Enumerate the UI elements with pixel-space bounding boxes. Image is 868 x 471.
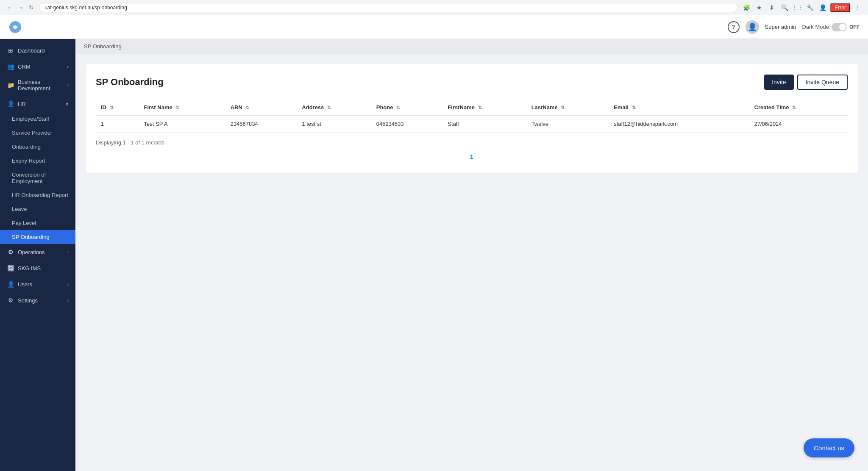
profile-icon[interactable]: 👤 <box>818 3 828 13</box>
sidebar-item-label-hr: HR <box>18 101 26 107</box>
forward-button[interactable]: → <box>16 3 25 12</box>
hr-icon: 👤 <box>7 100 14 108</box>
toggle-switch[interactable] <box>832 23 847 31</box>
cell-7: staff12@hiddenspark.com <box>609 115 749 133</box>
col-email-label: Email <box>614 104 629 111</box>
business-dev-chevron-icon: › <box>67 83 69 88</box>
sidebar-item-label-onboarding: Onboarding <box>12 144 41 150</box>
email-sort-icon: ⇅ <box>632 105 636 110</box>
header-left: SKGenius <box>8 20 58 34</box>
col-firstname[interactable]: FirstName ⇅ <box>442 100 526 115</box>
sidebar-item-sp-onboarding[interactable]: SP Onboarding <box>0 230 75 244</box>
col-first-name[interactable]: First Name ⇅ <box>139 100 225 115</box>
sidebar-item-label-leave: Leave <box>12 206 27 212</box>
sidebar-item-settings[interactable]: ⚙ Settings › <box>0 292 75 308</box>
sidebar-item-label-hr-onboarding-report: HR Onboarding Report <box>12 192 68 198</box>
grid-icon[interactable]: ⋮⋮ <box>792 3 802 13</box>
crm-chevron-icon: › <box>67 64 69 69</box>
crm-icon: 👥 <box>7 63 14 70</box>
invite-queue-button[interactable]: Invite Queue <box>797 75 848 90</box>
sidebar-item-label-operations: Operations <box>18 249 45 255</box>
col-phone-label: Phone <box>376 104 393 111</box>
sidebar-item-users[interactable]: 👤 Users › <box>0 276 75 292</box>
sidebar-item-leave[interactable]: Leave <box>0 202 75 216</box>
page-1-button[interactable]: 1 <box>466 151 478 163</box>
menu-icon[interactable]: ⋮ <box>853 3 863 13</box>
help-button[interactable]: ? <box>728 21 740 33</box>
sidebar-item-dashboard[interactable]: ⊞ Dashboard <box>0 42 75 58</box>
col-address-label: Address <box>302 104 324 111</box>
users-chevron-icon: › <box>67 282 69 287</box>
sidebar-item-skg-ims[interactable]: 🔄 SKG IMS <box>0 260 75 276</box>
invite-button[interactable]: Invite <box>764 75 793 90</box>
extensions-icon[interactable]: 🧩 <box>741 3 751 13</box>
table-footer: Displaying 1 - 1 of 1 records <box>96 139 848 146</box>
browser-chrome: ← → ↻ uat-genius.skg.net.au/sp-onboardin… <box>0 0 868 15</box>
cell-2: 234567834 <box>225 115 297 133</box>
cell-1: Test SP A <box>139 115 225 133</box>
sidebar-item-hr[interactable]: 👤 HR ∨ <box>0 96 75 112</box>
sidebar-item-pay-level[interactable]: Pay Level <box>0 216 75 230</box>
sidebar-item-label-employee-staff: Employee/Staff <box>12 116 49 122</box>
col-id[interactable]: ID ⇅ <box>96 100 139 115</box>
browser-url-bar[interactable]: uat-genius.skg.net.au/sp-onboarding <box>39 3 738 12</box>
sidebar-item-expiry-report[interactable]: Expiry Report <box>0 154 75 168</box>
sidebar-item-label-pay-level: Pay Level <box>12 220 36 226</box>
operations-chevron-icon: › <box>67 249 69 255</box>
dark-mode-state: OFF <box>849 24 860 30</box>
col-first-name-label: First Name <box>144 104 172 111</box>
phone-sort-icon: ⇅ <box>396 105 400 110</box>
col-address[interactable]: Address ⇅ <box>297 100 371 115</box>
pagination: 1 <box>96 151 848 163</box>
address-sort-icon: ⇅ <box>327 105 331 110</box>
col-abn[interactable]: ABN ⇅ <box>225 100 297 115</box>
id-sort-icon: ⇅ <box>110 105 114 110</box>
sidebar-item-employee-staff[interactable]: Employee/Staff <box>0 112 75 126</box>
users-icon: 👤 <box>7 280 14 288</box>
logo-icon <box>8 20 22 34</box>
sidebar-item-label-service-provider: Service Provider <box>12 130 52 136</box>
sidebar-item-hr-onboarding-report[interactable]: HR Onboarding Report <box>0 188 75 202</box>
bookmark-icon[interactable]: ★ <box>754 3 764 13</box>
app-name: SKGenius <box>25 23 58 31</box>
col-id-label: ID <box>101 104 106 111</box>
dark-mode-label: Dark Mode <box>802 24 829 30</box>
extensions2-icon[interactable]: 🔧 <box>805 3 815 13</box>
sidebar-item-business-development[interactable]: 📁 Business Development › <box>0 75 75 96</box>
url-text: uat-genius.skg.net.au/sp-onboarding <box>45 5 127 11</box>
col-created-time[interactable]: Created Time ⇅ <box>749 100 848 115</box>
dark-mode-toggle[interactable]: Dark Mode OFF <box>802 23 860 31</box>
col-lastname[interactable]: LastName ⇅ <box>526 100 609 115</box>
search-icon[interactable]: 🔍 <box>779 3 790 13</box>
sidebar-item-onboarding[interactable]: Onboarding <box>0 140 75 154</box>
browser-action-buttons: 🧩 ★ ⬇ 🔍 ⋮⋮ 🔧 👤 Error ⋮ <box>741 3 863 13</box>
breadcrumb-text: SP Onboarding <box>84 43 122 50</box>
table-row: 1Test SP A2345678341 test st045234533Sta… <box>96 115 848 133</box>
main-content: SP Onboarding SP Onboarding Invite Invit… <box>75 39 868 471</box>
sidebar-item-conversion-employment[interactable]: Conversion of Employment <box>0 168 75 188</box>
sidebar-item-operations[interactable]: ⚙ Operations › <box>0 244 75 260</box>
error-badge[interactable]: Error <box>830 3 850 12</box>
contact-us-button[interactable]: Contact us <box>804 438 854 457</box>
settings-chevron-icon: › <box>67 298 69 303</box>
content-card: SP Onboarding Invite Invite Queue ID ⇅ <box>86 64 858 173</box>
card-actions: Invite Invite Queue <box>764 75 848 90</box>
refresh-button[interactable]: ↻ <box>27 3 36 12</box>
sidebar-item-crm[interactable]: 👥 CRM › <box>0 58 75 75</box>
settings-icon: ⚙ <box>7 296 14 304</box>
sidebar-item-service-provider[interactable]: Service Provider <box>0 126 75 140</box>
cell-4: 045234533 <box>371 115 443 133</box>
skg-ims-icon: 🔄 <box>7 264 14 272</box>
col-firstname-label: FirstName <box>448 104 475 111</box>
col-email[interactable]: Email ⇅ <box>609 100 749 115</box>
sidebar: ⊞ Dashboard 👥 CRM › 📁 Business Developme… <box>0 39 75 471</box>
cell-5: Staff <box>442 115 526 133</box>
records-count: Displaying 1 - 1 of 1 records <box>96 139 164 146</box>
sidebar-item-label-sp-onboarding: SP Onboarding <box>12 234 50 240</box>
col-phone[interactable]: Phone ⇅ <box>371 100 443 115</box>
download-icon[interactable]: ⬇ <box>767 3 777 13</box>
header-right: ? 👤 Super admin Dark Mode OFF <box>728 20 860 34</box>
col-created-time-label: Created Time <box>754 104 789 111</box>
page-title: SP Onboarding <box>96 77 164 88</box>
back-button[interactable]: ← <box>5 3 14 12</box>
